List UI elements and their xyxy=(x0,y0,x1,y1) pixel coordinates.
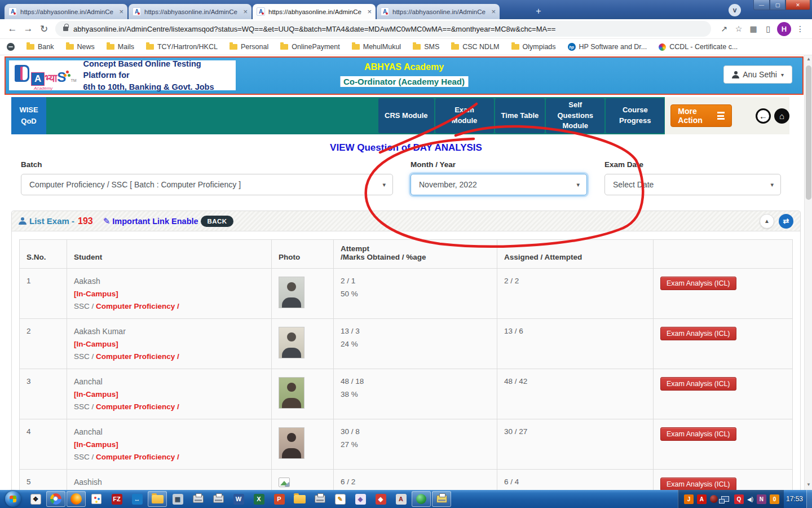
bookmark-star-icon[interactable]: ☆ xyxy=(731,21,746,36)
java-icon[interactable]: J xyxy=(684,494,694,504)
new-tab-button[interactable]: + xyxy=(531,6,546,17)
bookmark-bank[interactable]: Bank xyxy=(27,43,54,51)
move-tool-taskbar-button[interactable]: ✥ xyxy=(26,491,45,507)
menu-kebab-icon[interactable]: ⋮ xyxy=(793,21,807,36)
scroll-up-icon[interactable]: ▲ xyxy=(805,55,812,63)
printer-active-taskbar-button[interactable] xyxy=(432,491,451,507)
green-app-taskbar-button[interactable] xyxy=(412,491,431,507)
wordpad-taskbar-button[interactable]: ✎ xyxy=(330,491,350,507)
network-icon[interactable] xyxy=(721,496,729,502)
swap-arrows-icon[interactable]: ⇄ xyxy=(779,214,793,229)
bookmark-mails[interactable]: Mails xyxy=(107,43,134,51)
bookmark-personal[interactable]: Personal xyxy=(230,43,268,51)
calculator-taskbar-button[interactable]: ▦ xyxy=(168,491,187,507)
zero-badge-icon[interactable]: 0 xyxy=(770,494,779,504)
red-app-taskbar-button[interactable]: ◆ xyxy=(371,491,390,507)
address-bar[interactable]: abhyasonline.in/AdminCentre/listexamsqod… xyxy=(55,21,711,37)
nav-back-icon[interactable]: ← xyxy=(756,108,771,124)
reload-icon[interactable]: ↻ xyxy=(36,21,52,37)
back-button[interactable]: BACK xyxy=(201,216,234,227)
firefox-taskbar-button[interactable] xyxy=(67,491,86,507)
nav-item-time-table[interactable]: Time Table xyxy=(495,98,545,133)
reader-taskbar-button[interactable]: A xyxy=(391,491,411,507)
tab-close-icon[interactable]: × xyxy=(119,8,123,15)
exam-analysis-button[interactable]: Exam Analysis (ICL) xyxy=(660,377,736,391)
explorer-taskbar-button[interactable] xyxy=(148,491,167,507)
quick-heal-icon[interactable]: Q xyxy=(734,494,744,504)
course-name[interactable]: Computer Proficiency / xyxy=(96,402,179,411)
course-name[interactable]: Computer Proficiency / xyxy=(96,453,179,461)
adobe-updater-icon[interactable]: A xyxy=(697,494,707,504)
powerpoint-taskbar-button[interactable]: P xyxy=(270,491,289,507)
window-maximize-button[interactable]: ▢ xyxy=(770,0,785,10)
select-month-year[interactable]: November, 2022▾ xyxy=(411,174,587,195)
forward-icon[interactable]: → xyxy=(20,21,36,37)
onenote-icon[interactable]: N xyxy=(757,494,766,504)
bookmark-csc-ndlm[interactable]: CSC NDLM xyxy=(451,43,499,51)
extensions-icon[interactable]: ▦ xyxy=(746,21,761,36)
bookmark-apps[interactable] xyxy=(7,43,15,51)
tab-close-icon[interactable]: × xyxy=(491,8,496,15)
back-icon[interactable]: ← xyxy=(5,21,20,37)
status-sphere-icon[interactable] xyxy=(710,495,718,503)
bookmark-onlinepayment[interactable]: OnlinePayment xyxy=(280,43,339,51)
word-taskbar-button[interactable]: W xyxy=(229,491,248,507)
bookmark-mehulmukul[interactable]: MehulMukul xyxy=(352,43,401,51)
page-scrollbar[interactable]: ▲ ▼ xyxy=(804,55,812,490)
fax-printer-taskbar-button[interactable] xyxy=(188,491,208,507)
window-minimize-button[interactable]: — xyxy=(753,0,770,10)
select-exam-date[interactable]: Select Date▾ xyxy=(604,174,781,195)
browser-tab[interactable]: Ahttps://abhyasonline.in/AdminCe× xyxy=(5,4,127,19)
filezilla-taskbar-button[interactable]: FZ xyxy=(107,491,126,507)
course-name[interactable]: Computer Proficiency / xyxy=(96,352,179,361)
bookmark-tcy-hartron-hkcl[interactable]: TCY/Hartron/HKCL xyxy=(146,43,218,51)
scrollbar-thumb[interactable] xyxy=(806,65,811,200)
exam-analysis-button[interactable]: Exam Analysis (ICL) xyxy=(660,427,736,441)
folder-taskbar-button[interactable] xyxy=(290,491,309,507)
nav-item-course-progress[interactable]: Course Progress xyxy=(606,98,664,133)
teamviewer-taskbar-button[interactable]: ↔ xyxy=(127,491,147,507)
bookmark-ccdl-certificate-c-[interactable]: CCDL - Certificate c... xyxy=(659,43,738,51)
scroll-down-icon[interactable]: ▼ xyxy=(805,481,812,489)
course-name[interactable]: Computer Proficiency / xyxy=(96,302,179,310)
side-panel-icon[interactable]: ▯ xyxy=(761,21,775,36)
scanner-taskbar-button[interactable] xyxy=(209,491,228,507)
paint-taskbar-button[interactable] xyxy=(87,491,106,507)
chrome-taskbar-button[interactable] xyxy=(46,491,65,507)
exam-analysis-button[interactable]: Exam Analysis (ICL) xyxy=(660,277,736,290)
copier-taskbar-button[interactable] xyxy=(310,491,329,507)
browser-tab[interactable]: Ahttps://abhyasonline.in/AdminCe× xyxy=(129,4,251,19)
profile-avatar[interactable]: H xyxy=(777,22,791,36)
filter-batch: BatchComputer Proficiency / SSC [ Batch … xyxy=(21,160,393,195)
more-action-button[interactable]: More Action xyxy=(670,104,732,127)
nav-item-exam-module[interactable]: Exam Module xyxy=(435,98,494,133)
show-desktop-button[interactable] xyxy=(806,490,812,508)
cell-attempt: 6 / 234 % xyxy=(334,470,497,491)
tab-close-icon[interactable]: × xyxy=(367,8,372,15)
collapse-panel-icon[interactable]: ▲ xyxy=(760,214,774,229)
bookmark-sms[interactable]: SMS xyxy=(413,43,439,51)
tab-list-chevron-icon[interactable]: v xyxy=(729,4,741,16)
share-icon[interactable]: ↗ xyxy=(717,21,731,36)
browser-tab[interactable]: Ahttps://abhyasonline.in/AdminCe× xyxy=(253,4,376,19)
important-link-enable[interactable]: Important Link Enable xyxy=(112,217,198,226)
bookmark-hp-software-and-dr-[interactable]: hpHP Software and Dr... xyxy=(568,43,647,51)
folder-icon xyxy=(146,44,154,50)
select-batch[interactable]: Computer Proficiency / SSC [ Batch : Com… xyxy=(21,174,393,195)
excel-taskbar-button[interactable]: X xyxy=(249,491,268,507)
bookmark-olympiads[interactable]: Olympiads xyxy=(511,43,556,51)
tab-close-icon[interactable]: × xyxy=(243,8,248,15)
nav-home-icon[interactable]: ⌂ xyxy=(774,108,789,124)
nav-item-wise-qod[interactable]: WISEQoD xyxy=(11,97,46,134)
window-close-button[interactable]: ✕ xyxy=(785,0,810,10)
paint-net-taskbar-button[interactable]: ◆ xyxy=(351,491,370,507)
nav-item-self-questions-module[interactable]: Self Questions Module xyxy=(546,98,604,133)
bookmark-news[interactable]: News xyxy=(66,43,95,51)
start-button[interactable] xyxy=(5,491,21,507)
exam-analysis-button[interactable]: Exam Analysis (ICL) xyxy=(660,478,736,490)
volume-icon[interactable]: ◀) xyxy=(747,496,753,502)
exam-analysis-button[interactable]: Exam Analysis (ICL) xyxy=(660,327,736,340)
nav-item-crs-module[interactable]: CRS Module xyxy=(378,98,434,133)
browser-tab[interactable]: Ahttps://abhyasonline.in/AdminCe× xyxy=(377,4,500,19)
user-menu-button[interactable]: Anu Sethi ▾ xyxy=(723,65,792,84)
